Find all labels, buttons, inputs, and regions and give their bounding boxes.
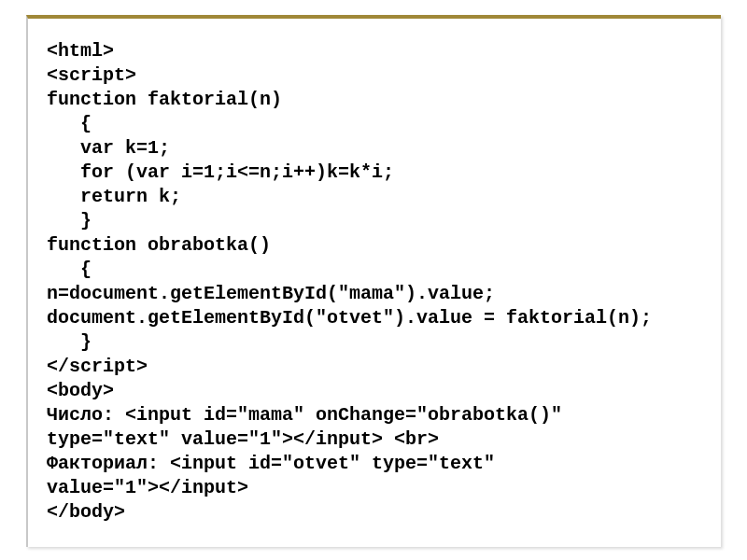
code-line: <html> (47, 39, 702, 63)
code-line: Число: <input id="mama" onChange="obrabo… (47, 403, 702, 427)
code-line: n=document.getElementById("mama").value; (47, 282, 702, 306)
code-line: <body> (47, 379, 702, 403)
code-line: } (47, 209, 702, 233)
code-line: document.getElementById("otvet").value =… (47, 306, 702, 330)
code-line: Факториал: <input id="otvet" type="text" (47, 452, 702, 476)
code-line: </script> (47, 355, 702, 379)
code-line: <script> (47, 63, 702, 88)
code-line: for (var i=1;i<=n;i++)k=k*i; (47, 161, 702, 185)
code-line: var k=1; (47, 136, 702, 161)
code-line: </body> (47, 500, 702, 525)
code-line: function faktorial(n) (47, 88, 702, 112)
code-line: type="text" value="1"></input> <br> (47, 427, 702, 452)
code-snippet-box: <html> <script> function faktorial(n) { … (26, 15, 721, 547)
code-line: return k; (47, 185, 702, 209)
code-line: value="1"></input> (47, 476, 702, 500)
code-line: } (47, 330, 702, 355)
code-line: function obrabotka() (47, 233, 702, 258)
code-line: { (47, 258, 702, 282)
code-line: { (47, 112, 702, 136)
